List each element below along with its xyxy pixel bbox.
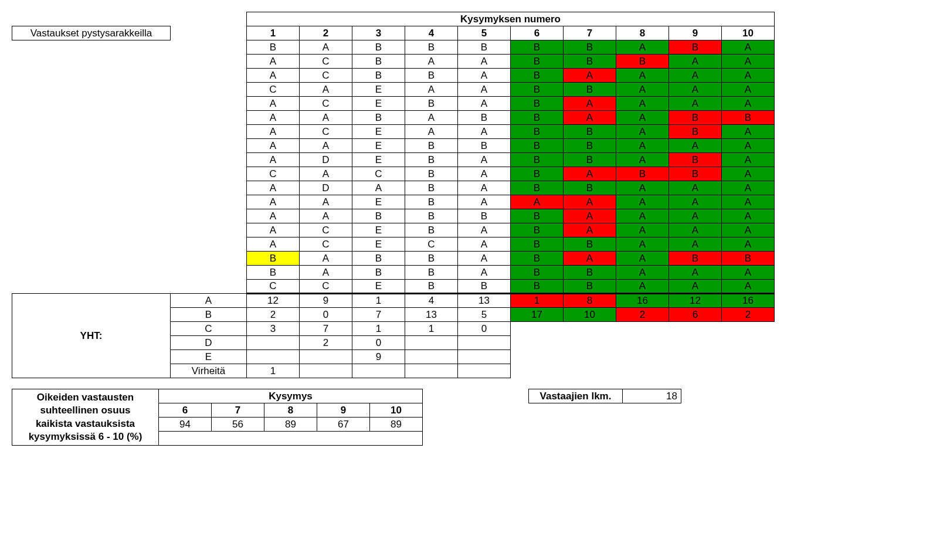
answer-cell: A <box>458 195 511 209</box>
totals-cell: 4 <box>405 294 458 308</box>
totals-cell <box>405 364 458 378</box>
respondent-count-value: 18 <box>623 389 681 403</box>
answer-cell: A <box>247 223 300 237</box>
answer-cell: A <box>564 252 616 266</box>
answer-cell: C <box>405 237 458 252</box>
totals-cell: 5 <box>458 308 511 322</box>
side-header: Vastaukset pystysarakkeilla <box>12 26 171 40</box>
totals-key: D <box>171 336 247 350</box>
answer-cell: B <box>405 209 458 223</box>
answer-cell: A <box>564 167 616 181</box>
answer-cell: A <box>669 69 722 83</box>
totals-cell <box>458 350 511 364</box>
answer-cell: B <box>669 40 722 55</box>
answer-cell: C <box>300 55 352 69</box>
answer-cell: A <box>247 125 300 139</box>
answer-cell: B <box>511 266 564 280</box>
col-header: 6 <box>511 26 564 40</box>
totals-key: A <box>171 294 247 308</box>
totals-cell <box>458 336 511 350</box>
totals-cell: 9 <box>300 294 352 308</box>
answer-cell: A <box>300 252 352 266</box>
totals-cell: 16 <box>722 294 775 308</box>
totals-cell: 7 <box>300 322 352 336</box>
answer-cell: B <box>405 252 458 266</box>
totals-key: C <box>171 322 247 336</box>
col-header: 8 <box>616 26 669 40</box>
answer-cell: B <box>564 237 616 252</box>
col-header: 3 <box>352 26 405 40</box>
answer-cell: A <box>722 266 775 280</box>
answer-cell: C <box>300 280 352 294</box>
percent-header: Kysymys <box>159 389 423 403</box>
answer-cell: A <box>669 195 722 209</box>
answer-cell: A <box>458 237 511 252</box>
totals-cell: 3 <box>247 322 300 336</box>
answer-cell: B <box>352 111 405 125</box>
answer-cell: A <box>300 195 352 209</box>
answer-cell: B <box>564 40 616 55</box>
totals-cell: 1 <box>247 364 300 378</box>
answer-cell: A <box>458 167 511 181</box>
col-header: 1 <box>247 26 300 40</box>
answer-cell: C <box>247 280 300 294</box>
answer-cell: A <box>669 139 722 153</box>
percent-col: 6 <box>159 403 212 418</box>
answer-cell: B <box>352 40 405 55</box>
answer-cell: A <box>616 40 669 55</box>
answer-cell: C <box>300 97 352 111</box>
answer-cell: C <box>247 83 300 97</box>
answer-cell: A <box>458 97 511 111</box>
answer-cell: A <box>247 237 300 252</box>
totals-cell: 7 <box>352 308 405 322</box>
answer-cell: A <box>616 83 669 97</box>
totals-cell: 12 <box>669 294 722 308</box>
answer-cell: B <box>511 40 564 55</box>
totals-cell <box>458 364 511 378</box>
col-header: 9 <box>669 26 722 40</box>
percent-col: 7 <box>212 403 264 418</box>
answer-cell: A <box>669 83 722 97</box>
answer-cell: A <box>405 55 458 69</box>
answer-cell: A <box>616 139 669 153</box>
answer-cell: A <box>564 97 616 111</box>
answer-cell: A <box>564 195 616 209</box>
answer-cell: C <box>247 167 300 181</box>
answer-cell: A <box>405 111 458 125</box>
answer-cell: A <box>722 167 775 181</box>
answer-cell: B <box>564 153 616 167</box>
answer-cell: B <box>352 69 405 83</box>
answer-cell: E <box>352 195 405 209</box>
totals-cell: 17 <box>511 308 564 322</box>
answer-cell: B <box>405 97 458 111</box>
totals-key: Virheitä <box>171 364 247 378</box>
answer-cell: A <box>722 97 775 111</box>
answer-cell: A <box>722 153 775 167</box>
answer-cell: C <box>300 223 352 237</box>
answer-cell: B <box>722 252 775 266</box>
answer-cell: B <box>511 111 564 125</box>
answer-cell: B <box>722 111 775 125</box>
answer-cell: B <box>669 153 722 167</box>
col-header: 2 <box>300 26 352 40</box>
answer-cell: C <box>300 69 352 83</box>
totals-cell: 6 <box>669 308 722 322</box>
answer-cell: A <box>722 209 775 223</box>
percent-value: 89 <box>370 418 423 432</box>
answer-cell: A <box>722 237 775 252</box>
totals-cell: 1 <box>352 294 405 308</box>
percent-value: 67 <box>317 418 370 432</box>
totals-cell: 12 <box>247 294 300 308</box>
answer-cell: A <box>669 97 722 111</box>
answer-cell: B <box>511 69 564 83</box>
answer-cell: B <box>669 125 722 139</box>
answer-cell: A <box>722 139 775 153</box>
answer-cell: B <box>352 209 405 223</box>
answer-cell: B <box>511 125 564 139</box>
totals-cell: 2 <box>300 336 352 350</box>
totals-cell: 16 <box>616 294 669 308</box>
answer-cell: B <box>669 167 722 181</box>
answer-cell: B <box>405 223 458 237</box>
percent-table: Oikeiden vastausten suhteellinen osuus k… <box>12 389 423 446</box>
totals-cell <box>405 350 458 364</box>
